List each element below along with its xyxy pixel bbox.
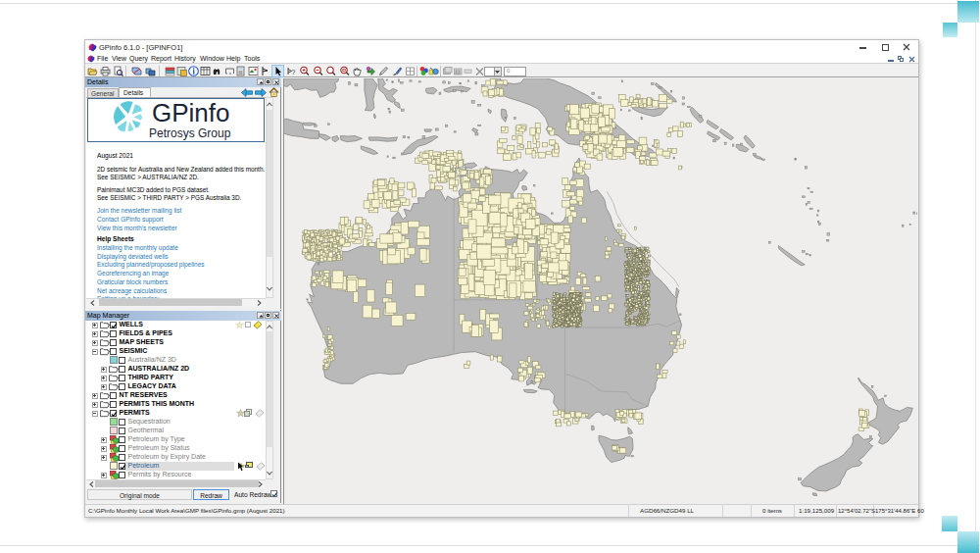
svg-text:?: ?: [291, 69, 295, 75]
